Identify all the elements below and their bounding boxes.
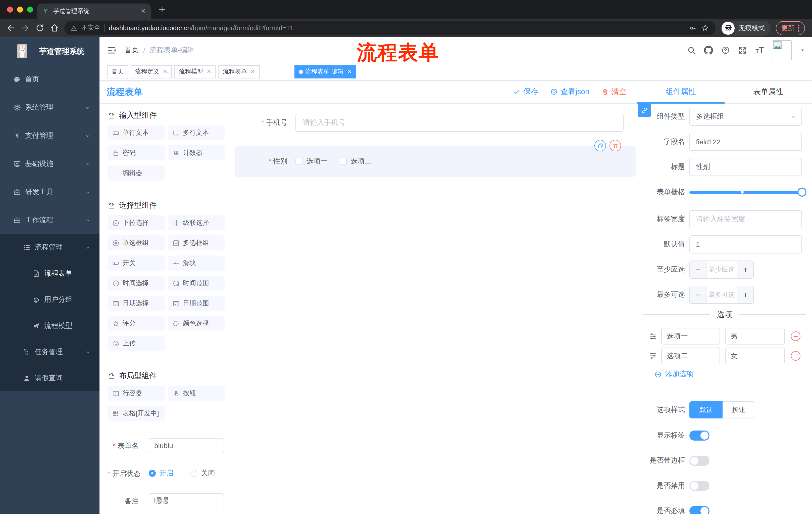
address-bar[interactable]: 不安全 dashboard.yudao.iocoder.cn/bpm/manag… bbox=[64, 21, 716, 35]
close-window-button[interactable] bbox=[7, 6, 13, 12]
window-controls[interactable] bbox=[7, 6, 33, 12]
palette-item-日期范围[interactable]: 日期范围 bbox=[168, 296, 225, 311]
tag-流程定义[interactable]: 流程定义✕ bbox=[130, 65, 172, 78]
fullscreen-icon[interactable] bbox=[738, 46, 748, 55]
close-icon[interactable]: ✕ bbox=[347, 69, 351, 75]
field-name-input[interactable]: field122 bbox=[689, 133, 802, 151]
remove-option-button[interactable] bbox=[791, 331, 801, 341]
reload-button[interactable] bbox=[35, 23, 45, 33]
search-icon[interactable] bbox=[687, 46, 696, 55]
breadcrumb-home[interactable]: 首页 bbox=[125, 46, 139, 55]
sidebar-item-process-model[interactable]: 流程模型 bbox=[0, 313, 99, 339]
browser-update-button[interactable]: 更新 bbox=[776, 21, 805, 35]
copy-component-button[interactable] bbox=[594, 140, 606, 152]
palette-item-表格[开发中][interactable]: 表格[开发中] bbox=[108, 406, 165, 421]
toggle-是否必填[interactable] bbox=[689, 506, 709, 514]
title-input[interactable]: 性别 bbox=[689, 158, 802, 176]
home-button[interactable] bbox=[50, 23, 59, 33]
back-button[interactable] bbox=[6, 23, 16, 33]
password-key-icon[interactable] bbox=[689, 24, 697, 32]
tag-流程表单-编辑[interactable]: 流程表单-编辑✕ bbox=[294, 65, 356, 78]
not-secure-icon[interactable] bbox=[70, 24, 77, 31]
sidebar-item-system-mgmt[interactable]: 系统管理 bbox=[0, 93, 99, 122]
user-avatar[interactable] bbox=[772, 40, 792, 60]
palette-item-编辑器[interactable]: 编辑器 bbox=[108, 165, 165, 181]
maximize-window-button[interactable] bbox=[27, 6, 33, 12]
palette-item-上传[interactable]: 上传 bbox=[108, 336, 165, 351]
palette-item-单行文本[interactable]: 单行文本 bbox=[108, 125, 165, 140]
decrease-button[interactable] bbox=[690, 286, 706, 303]
add-option-button[interactable]: 添加选项 bbox=[654, 369, 806, 379]
view-json-button[interactable]: 查看json bbox=[550, 87, 589, 97]
form-name-input[interactable]: biubiu bbox=[149, 438, 224, 453]
browser-menu-icon[interactable] bbox=[798, 24, 800, 31]
palette-item-评分[interactable]: 评分 bbox=[108, 316, 165, 331]
toggle-是否带边框[interactable] bbox=[689, 456, 709, 466]
component-type-select[interactable]: 多选框组 bbox=[689, 108, 802, 126]
option-value-input[interactable]: 男 bbox=[725, 328, 785, 345]
sidebar-item-process-mgmt[interactable]: 流程管理 bbox=[0, 234, 99, 261]
bookmark-star-icon[interactable] bbox=[701, 24, 709, 32]
browser-tab[interactable]: 芋道管理系统 ✕ bbox=[37, 3, 151, 19]
palette-item-颜色选择[interactable]: 颜色选择 bbox=[168, 316, 225, 331]
close-icon[interactable]: ✕ bbox=[206, 69, 211, 75]
sidebar-item-process-form[interactable]: 流程表单 bbox=[0, 261, 99, 287]
save-button[interactable]: 保存 bbox=[513, 87, 539, 97]
close-icon[interactable]: ✕ bbox=[163, 69, 167, 75]
sidebar-logo[interactable]: 芋道管理系统 bbox=[0, 37, 99, 65]
sidebar-item-user-group[interactable]: 用户分组 bbox=[0, 287, 99, 313]
remove-option-button[interactable] bbox=[791, 351, 801, 360]
palette-item-日期选择[interactable]: 日期选择 bbox=[108, 296, 165, 311]
phone-input[interactable]: 请输入手机号 bbox=[295, 114, 624, 132]
sidebar-item-leave-query[interactable]: 请假查询 bbox=[0, 365, 99, 391]
default-value-input[interactable]: 1 bbox=[689, 235, 802, 253]
canvas-field-phone[interactable]: 手机号 请输入手机号 bbox=[235, 114, 624, 132]
palette-item-多行文本[interactable]: 多行文本 bbox=[168, 125, 225, 140]
max-select-value[interactable]: 最多可选 bbox=[706, 286, 737, 303]
help-icon[interactable] bbox=[721, 46, 730, 55]
status-radio-开启[interactable]: 开启 bbox=[149, 469, 173, 478]
tag-流程模型[interactable]: 流程模型✕ bbox=[174, 65, 215, 78]
clear-button[interactable]: 清空 bbox=[602, 87, 627, 97]
option-style-默认[interactable]: 默认 bbox=[689, 401, 723, 418]
option-label-input[interactable]: 选项二 bbox=[661, 348, 720, 364]
new-tab-button[interactable] bbox=[158, 5, 166, 13]
sidebar-item-task-mgmt[interactable]: 任务管理 bbox=[0, 339, 99, 365]
palette-item-滑块[interactable]: 滑块 bbox=[168, 255, 225, 271]
delete-component-button[interactable] bbox=[609, 140, 621, 152]
bind-link-button[interactable] bbox=[638, 103, 651, 117]
checkbox[interactable] bbox=[295, 158, 302, 165]
avatar-caret-icon[interactable] bbox=[800, 48, 805, 53]
collapse-sidebar-icon[interactable] bbox=[107, 45, 117, 55]
min-select-value[interactable]: 至少应选 bbox=[706, 261, 737, 278]
option-label-input[interactable]: 选项一 bbox=[661, 328, 720, 345]
github-icon[interactable] bbox=[704, 46, 713, 55]
palette-item-时间范围[interactable]: 时间范围 bbox=[168, 276, 225, 291]
tag-首页[interactable]: 首页 bbox=[107, 65, 128, 78]
palette-item-开关[interactable]: 开关 bbox=[108, 255, 165, 271]
drag-handle-icon[interactable] bbox=[649, 332, 657, 341]
option-style-按钮[interactable]: 按钮 bbox=[723, 401, 755, 418]
remark-textarea[interactable]: 嘿嘿 bbox=[149, 493, 224, 514]
palette-item-下拉选择[interactable]: 下拉选择 bbox=[108, 215, 165, 231]
tab-close-icon[interactable]: ✕ bbox=[141, 7, 146, 15]
palette-item-按钮[interactable]: 按钮 bbox=[168, 386, 225, 401]
tag-流程表单[interactable]: 流程表单✕ bbox=[218, 65, 260, 78]
option-value-input[interactable]: 女 bbox=[725, 348, 785, 364]
toggle-显示标签[interactable] bbox=[689, 431, 709, 440]
sidebar-item-infrastructure[interactable]: 基础设施 bbox=[0, 150, 99, 178]
label-width-input[interactable]: 请输入标签宽度 bbox=[689, 210, 802, 228]
close-icon[interactable]: ✕ bbox=[251, 69, 255, 75]
palette-item-时间选择[interactable]: 时间选择 bbox=[108, 276, 165, 291]
sidebar-item-payment-mgmt[interactable]: ¥支付管理 bbox=[0, 122, 99, 150]
sidebar-item-dev-tools[interactable]: 研发工具 bbox=[0, 178, 99, 206]
drag-handle-icon[interactable] bbox=[649, 352, 657, 360]
increase-button[interactable] bbox=[737, 261, 753, 278]
minimize-window-button[interactable] bbox=[17, 6, 23, 12]
slider-handle[interactable] bbox=[798, 188, 807, 197]
increase-button[interactable] bbox=[737, 286, 753, 303]
palette-item-单选框组[interactable]: 单选框组 bbox=[108, 235, 165, 250]
tab-component-props[interactable]: 组件属性 bbox=[637, 80, 725, 103]
palette-item-行容器[interactable]: 行容器 bbox=[108, 386, 165, 401]
palette-item-多选框组[interactable]: 多选框组 bbox=[168, 235, 225, 250]
